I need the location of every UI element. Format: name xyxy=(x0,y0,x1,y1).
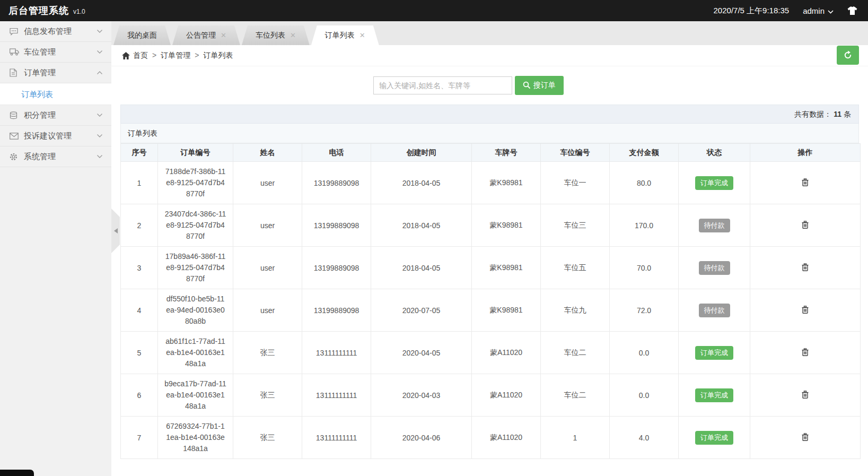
table-body: 17188de7f-386b-11e8-9125-047d7b48770fuse… xyxy=(121,162,861,459)
chevron-down-icon xyxy=(828,6,834,15)
status-badge: 订单完成 xyxy=(695,431,733,445)
tab[interactable]: 公告管理✕ xyxy=(172,25,240,45)
delete-button[interactable] xyxy=(801,262,810,274)
table-header-row: 序号订单编号姓名电话创建时间车牌号车位编号支付金额状态操作 xyxy=(121,144,861,162)
spot-number: 车位一 xyxy=(541,162,610,204)
breadcrumb-items: 首页>订单管理>订单列表 xyxy=(131,51,235,60)
plate-number: 蒙K98981 xyxy=(472,162,541,204)
user-menu[interactable]: admin xyxy=(803,6,834,15)
order-id: 67269324-77b1-11ea-b1e4-00163e148a1a xyxy=(158,417,233,459)
row-index: 7 xyxy=(121,417,158,459)
delete-button[interactable] xyxy=(801,177,810,189)
sidebar-item-label: 投诉建议管理 xyxy=(24,131,97,141)
customer-name: user xyxy=(233,162,302,204)
breadcrumb-separator: > xyxy=(195,51,199,59)
status-cell: 待付款 xyxy=(679,204,750,247)
pay-amount: 170.0 xyxy=(610,204,679,247)
sidebar-item[interactable]: 信息发布管理 xyxy=(0,21,111,42)
tab-close-icon[interactable]: ✕ xyxy=(290,25,296,45)
actions-cell xyxy=(750,417,861,459)
sidebar-subitem[interactable]: 订单列表 xyxy=(0,83,111,105)
table-row: 17188de7f-386b-11e8-9125-047d7b48770fuse… xyxy=(121,162,861,204)
actions-cell xyxy=(750,162,861,204)
orders-table: 序号订单编号姓名电话创建时间车牌号车位编号支付金额状态操作 17188de7f-… xyxy=(120,143,861,459)
sidebar-item[interactable]: 车位管理 xyxy=(0,42,111,63)
search-input[interactable] xyxy=(373,76,512,94)
chevron-down-icon xyxy=(97,50,103,54)
tab[interactable]: 我的桌面 xyxy=(113,25,171,45)
tab-label: 我的桌面 xyxy=(127,25,157,45)
delete-button[interactable] xyxy=(801,305,810,316)
phone: 13199889098 xyxy=(302,204,371,247)
sidebar-item[interactable]: 订单管理 xyxy=(0,63,111,83)
customer-name: 张三 xyxy=(233,417,302,459)
sidebar-item[interactable]: 投诉建议管理 xyxy=(0,126,111,146)
pay-amount: 0.0 xyxy=(610,374,679,417)
plate-number: 蒙K98981 xyxy=(472,247,541,289)
pay-amount: 70.0 xyxy=(610,247,679,289)
breadcrumb-item[interactable]: 订单管理 xyxy=(161,51,190,59)
row-index: 5 xyxy=(121,332,158,374)
pay-amount: 4.0 xyxy=(610,417,679,459)
chevron-up-icon xyxy=(97,71,103,75)
sidebar-item-label: 订单管理 xyxy=(24,68,97,78)
plate-number: 蒙K98981 xyxy=(472,204,541,247)
delete-button[interactable] xyxy=(801,347,810,359)
trash-icon xyxy=(802,350,809,358)
tab[interactable]: 订单列表✕ xyxy=(311,25,379,45)
phone: 13199889098 xyxy=(302,289,371,332)
column-header: 操作 xyxy=(750,144,861,162)
tab-label: 公告管理 xyxy=(186,25,216,45)
column-header: 姓名 xyxy=(233,144,302,162)
gear-icon xyxy=(10,152,19,161)
plate-number: 蒙A11020 xyxy=(472,374,541,417)
status-cell: 待付款 xyxy=(679,247,750,289)
sidebar-item[interactable]: 系统管理 xyxy=(0,146,111,167)
refresh-button[interactable] xyxy=(837,46,859,65)
column-header: 车位编号 xyxy=(541,144,610,162)
sidebar-item[interactable]: 积分管理 xyxy=(0,105,111,126)
chevron-down-icon xyxy=(97,29,103,33)
created-time: 2020-04-05 xyxy=(371,332,472,374)
search-button[interactable]: 搜订单 xyxy=(515,76,564,95)
status-cell: 待付款 xyxy=(679,289,750,332)
tshirt-icon[interactable] xyxy=(847,6,857,15)
trash-icon xyxy=(802,392,809,400)
tab-close-icon[interactable]: ✕ xyxy=(360,25,365,45)
tab[interactable]: 车位列表✕ xyxy=(242,25,310,45)
truck-icon xyxy=(10,48,19,56)
column-header: 创建时间 xyxy=(371,144,472,162)
row-index: 1 xyxy=(121,162,158,204)
delete-button[interactable] xyxy=(801,220,810,231)
sidebar-item-label: 系统管理 xyxy=(24,152,97,162)
created-time: 2018-04-05 xyxy=(371,162,472,204)
breadcrumb-item[interactable]: 首页 xyxy=(133,51,148,59)
tab-label: 车位列表 xyxy=(256,25,285,45)
actions-cell xyxy=(750,374,861,417)
pay-amount: 72.0 xyxy=(610,289,679,332)
database-icon xyxy=(10,111,19,119)
status-badge: 待付款 xyxy=(699,261,730,275)
records-count-prefix: 共有数据： xyxy=(794,110,831,118)
table-row: 4df550f10-be5b-11ea-94ed-00163e080a8buse… xyxy=(121,289,861,332)
delete-button[interactable] xyxy=(801,432,810,444)
app-version: v1.0 xyxy=(73,8,85,15)
order-id: 17b89a46-386f-11e8-9125-047d7b48770f xyxy=(158,247,233,289)
delete-button[interactable] xyxy=(801,390,810,401)
app-title: 后台管理系统 xyxy=(8,4,69,17)
content-panel: 首页>订单管理>订单列表 搜订单 xyxy=(111,45,868,476)
phone: 13111111111 xyxy=(302,417,371,459)
status-badge: 待付款 xyxy=(699,304,730,317)
trash-icon xyxy=(802,222,809,230)
plate-number: 蒙K98981 xyxy=(472,289,541,332)
taskbar-fragment xyxy=(0,470,34,476)
status-cell: 订单完成 xyxy=(679,417,750,459)
breadcrumb: 首页>订单管理>订单列表 xyxy=(111,45,868,66)
home-icon xyxy=(122,52,130,59)
records-count-suffix: 条 xyxy=(844,110,851,118)
breadcrumb-item[interactable]: 订单列表 xyxy=(203,51,233,59)
status-cell: 订单完成 xyxy=(679,374,750,417)
tab-close-icon[interactable]: ✕ xyxy=(221,25,226,45)
column-header: 电话 xyxy=(302,144,371,162)
created-time: 2020-04-03 xyxy=(371,374,472,417)
